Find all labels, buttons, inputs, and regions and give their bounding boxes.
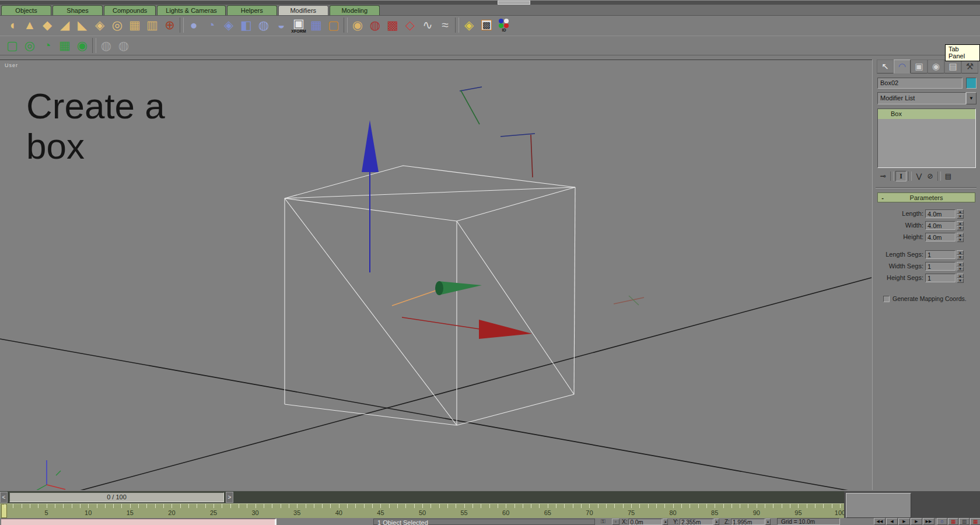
spinner-up-icon[interactable]: ▲ — [957, 274, 964, 278]
tab-shapes[interactable]: Shapes — [52, 5, 103, 15]
skew-modifier-icon[interactable]: ◢ — [56, 16, 74, 34]
next-key-button[interactable]: > — [226, 492, 233, 503]
coord-value-field[interactable]: 0.0m — [628, 519, 662, 525]
push-modifier-icon[interactable]: ● — [185, 16, 202, 34]
maxscript-mini-listener[interactable] — [1, 519, 276, 525]
gizmo-x-arrowhead[interactable] — [479, 320, 532, 339]
normalize-spline-icon[interactable]: ∿ — [419, 16, 436, 34]
move-xform-icon[interactable]: ⊕ — [161, 16, 178, 34]
tab-compounds[interactable]: Compounds — [104, 5, 156, 15]
display-tab[interactable]: ▤ — [944, 60, 961, 74]
grid-toggle-icon[interactable]: ▦ — [970, 518, 980, 525]
twist-modifier-icon[interactable]: ◆ — [38, 16, 56, 34]
spinner-control[interactable]: ▲▼ — [957, 274, 964, 282]
edit-spline-icon[interactable]: ≈ — [436, 16, 454, 34]
spinner-down-icon[interactable]: ▼ — [957, 237, 964, 242]
tab-lights-cameras[interactable]: Lights & Cameras — [157, 5, 225, 15]
tab-helpers[interactable]: Helpers — [227, 5, 277, 15]
object-name-field[interactable]: Box02 — [877, 78, 963, 89]
xform-modifier-icon[interactable]: ▣XFORM — [290, 16, 307, 34]
material-id-icon[interactable]: ID — [495, 16, 513, 34]
taper-modifier-icon[interactable]: ▲ — [21, 16, 38, 34]
parameters-rollout-header[interactable]: - Parameters — [877, 192, 975, 202]
ffd-box-modifier-icon[interactable]: ▦ — [126, 16, 144, 34]
vol-select-modifier-icon[interactable]: ▦ — [307, 16, 325, 34]
gizmo-z-arrowhead[interactable] — [362, 120, 379, 172]
coord-spinner-icon[interactable]: ▲ — [765, 519, 771, 525]
angle-snap-icon[interactable]: ◔ — [38, 37, 56, 54]
spinner-down-icon[interactable]: ▼ — [957, 214, 964, 219]
collapse-icon[interactable]: - — [878, 194, 887, 201]
param-value-field[interactable]: 1 — [925, 262, 956, 271]
transform-gizmo[interactable] — [362, 120, 532, 339]
time-slider-handle[interactable] — [1, 504, 7, 518]
optimize-modifier-icon[interactable]: ◇ — [401, 16, 419, 34]
modify-tab[interactable]: ◠ — [894, 60, 911, 74]
disabled-tool-icon-2[interactable]: ◍ — [115, 37, 132, 54]
param-value-field[interactable]: 4.0m — [925, 233, 956, 242]
gizmo-x-axis[interactable] — [402, 317, 480, 329]
spinner-control[interactable]: ▲▼ — [957, 209, 964, 218]
object-color-swatch[interactable] — [966, 78, 977, 89]
tab-modifiers[interactable]: Modifiers — [278, 5, 328, 15]
modifier-stack[interactable]: Box — [877, 108, 976, 168]
create-tab[interactable]: ↖ — [877, 60, 894, 74]
spinner-down-icon[interactable]: ▼ — [957, 278, 964, 283]
time-ruler[interactable]: 5101520253035404550556065707580859095100 — [0, 503, 844, 518]
material-modifier-icon[interactable]: ◍ — [366, 16, 384, 34]
perspective-viewport[interactable]: User Create a box — [0, 60, 872, 490]
mirror-modifier-icon[interactable]: ◧ — [237, 16, 255, 34]
spinner-control[interactable]: ▲▼ — [957, 250, 964, 259]
param-value-field[interactable]: 1 — [925, 250, 956, 259]
vertex-paint-modifier-icon[interactable]: ▩ — [384, 16, 401, 34]
lathe-modifier-icon[interactable]: ◔ — [202, 16, 220, 34]
cap-holes-modifier-icon[interactable]: ◒ — [272, 16, 290, 34]
spinner-up-icon[interactable]: ▲ — [957, 250, 964, 255]
tab-objects[interactable]: Objects — [1, 5, 51, 15]
snap-toggle-3d-icon[interactable]: ▢ — [4, 37, 21, 54]
configure-modifier-sets-icon[interactable]: ▤ — [943, 171, 954, 181]
spinner-down-icon[interactable]: ▼ — [957, 255, 964, 260]
spinner-up-icon[interactable]: ▲ — [957, 209, 964, 214]
prev-key-button[interactable]: < — [0, 492, 8, 503]
motion-tab[interactable]: ◉ — [928, 60, 944, 74]
generate-mapping-coords-checkbox[interactable] — [883, 296, 890, 302]
selection-lock-icon[interactable]: ⚿ — [601, 518, 606, 525]
spinner-control[interactable]: ▲▼ — [957, 221, 964, 230]
make-unique-icon[interactable]: ⋁ — [914, 171, 925, 181]
spinner-snap-icon[interactable]: ◉ — [74, 37, 91, 54]
wireframe-box[interactable] — [285, 166, 575, 425]
play-button[interactable]: ▶ — [898, 518, 910, 525]
spinner-up-icon[interactable]: ▲ — [957, 221, 964, 226]
sweep-modifier-icon[interactable]: ◈ — [220, 16, 237, 34]
coord-value-field[interactable]: 2.355m — [680, 519, 713, 525]
spinner-control[interactable]: ▲▼ — [957, 262, 964, 271]
uvw-map-modifier-icon[interactable]: ◈ — [460, 16, 478, 34]
stack-item-box[interactable]: Box — [878, 109, 975, 119]
ffd-cylinder-modifier-icon[interactable]: ▥ — [144, 16, 161, 34]
modifier-list-dropdown[interactable]: Modifier List ▼ — [877, 92, 977, 104]
bend-modifier-icon[interactable]: ◖ — [4, 16, 21, 34]
stretch-modifier-icon[interactable]: ◣ — [74, 16, 91, 34]
prev-frame-button[interactable]: ◀ — [886, 518, 898, 525]
displace-modifier-icon[interactable]: ◉ — [349, 16, 366, 34]
meshsmooth-modifier-icon[interactable]: ◍ — [255, 16, 272, 34]
param-value-field[interactable]: 1 — [925, 274, 956, 282]
next-frame-button[interactable]: ▶ — [911, 518, 922, 525]
spherify-modifier-icon[interactable]: ◈ — [91, 16, 108, 34]
go-to-start-button[interactable]: ◀◀ — [874, 518, 886, 525]
param-value-field[interactable]: 4.0m — [925, 221, 956, 230]
hierarchy-tab[interactable]: ▣ — [911, 60, 928, 74]
coord-value-field[interactable]: 1.995m — [731, 519, 765, 525]
remove-modifier-icon[interactable]: ⊘ — [925, 171, 936, 181]
mini-curve-icon[interactable]: ▥ — [959, 518, 970, 525]
ripple-modifier-icon[interactable]: ◎ — [108, 16, 126, 34]
coord-spinner-icon[interactable]: ▲ — [663, 519, 668, 525]
percent-snap-icon[interactable]: ▦ — [56, 37, 74, 54]
spinner-up-icon[interactable]: ▲ — [957, 233, 964, 237]
show-end-result-icon[interactable]: I — [895, 171, 907, 181]
gizmo-y-arrowhead[interactable] — [439, 281, 482, 295]
time-config-icon[interactable]: ▦ — [948, 518, 958, 525]
spinner-up-icon[interactable]: ▲ — [957, 262, 964, 267]
go-to-end-button[interactable]: ▶▶ — [923, 518, 935, 525]
